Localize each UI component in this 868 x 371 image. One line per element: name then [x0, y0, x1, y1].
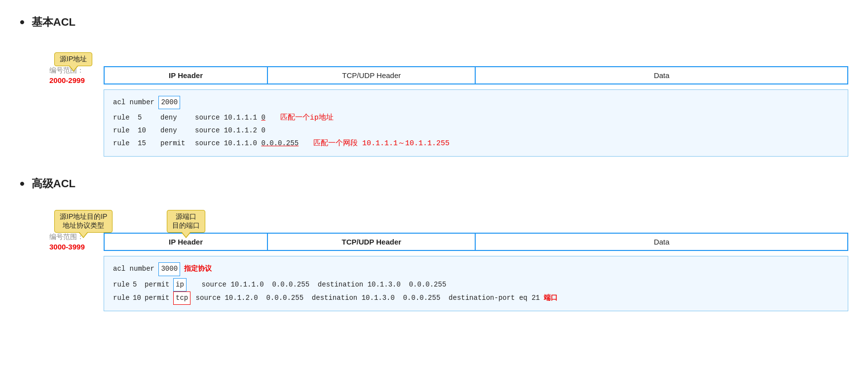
advanced-code-block: acl number 3000 指定协议 rule 5 permit ip so… — [104, 256, 848, 311]
advanced-header-data: Data — [476, 234, 847, 250]
advanced-rule-1: rule 5 permit ip source 10.1.1.0 0.0.0.2… — [113, 278, 839, 291]
adv-rule-src-2: source 10.1.2.0 0.0.0.255 destination 10… — [191, 292, 540, 304]
rule-action-2: deny — [160, 124, 195, 137]
adv-rule-num-1: 5 — [133, 279, 145, 291]
acl-number-box-advanced: 3000 — [158, 262, 180, 276]
advanced-code-line0: acl number 3000 指定协议 — [113, 262, 839, 276]
bullet-dot-advanced: • — [20, 177, 25, 191]
adv-protocol-2: tcp — [173, 291, 190, 305]
bullet-dot-basic: • — [20, 15, 25, 29]
basic-header-tcpudp: TCP/UDP Header — [268, 67, 476, 83]
rule-annotation-3: 匹配一个网段 10.1.1.1～10.1.1.255 — [313, 137, 450, 150]
advanced-acl-section: • 高级ACL 源IP地址目的IP 地址协议类型 源端口 目的端口 编号范围： … — [20, 176, 848, 311]
advanced-callout2-text1: 源端口 — [176, 212, 196, 220]
acl-number-label-basic: acl number — [113, 96, 158, 109]
rule-num-2: 10 — [138, 124, 160, 137]
rule-num-3: 15 — [138, 137, 160, 150]
advanced-callout1-text1: 源IP地址目的IP — [60, 212, 107, 220]
basic-rule-1: rule 5 deny source 10.1.1.1 0 匹配一个ip地址 — [113, 111, 839, 124]
basic-code-line0: acl number 2000 — [113, 96, 839, 109]
basic-callout-src-ip: 源IP地址 — [54, 52, 92, 66]
number-range-advanced: 3000-3999 — [49, 243, 104, 251]
basic-header-data: Data — [476, 67, 847, 83]
advanced-acl-main-row: 编号范围： 3000-3999 IP Header TCP/UDP Header… — [49, 233, 848, 311]
rule-src-2: source 10.1.1.2 0 — [195, 124, 265, 137]
rule-kw-1: rule — [113, 112, 138, 124]
advanced-header-table: IP Header TCP/UDP Header Data — [104, 233, 848, 251]
basic-acl-title: • 基本ACL — [20, 15, 848, 30]
advanced-header-tcpudp: TCP/UDP Header — [268, 234, 476, 250]
advanced-callout-ports: 源端口 目的端口 — [167, 210, 205, 233]
number-label-advanced: 编号范围： — [49, 233, 104, 242]
basic-acl-label: 基本ACL — [32, 15, 75, 30]
advanced-rule-2: rule 10 permit tcp source 10.1.2.0 0.0.0… — [113, 291, 839, 305]
rule-kw-2: rule — [113, 124, 138, 137]
adv-rule-port-annotation: 端口 — [544, 292, 558, 304]
advanced-acl-title: • 高级ACL — [20, 176, 848, 191]
rule-src-3: source 10.1.1.0 0.0.0.255 — [195, 137, 299, 150]
basic-acl-section: • 基本ACL 源IP地址 编号范围： 2000-2999 IP Header … — [20, 15, 848, 157]
basic-rule-3: rule 15 permit source 10.1.1.0 0.0.0.255… — [113, 137, 839, 150]
basic-header-table: IP Header TCP/UDP Header Data — [104, 66, 848, 84]
adv-rule-action-1: permit — [145, 279, 173, 291]
basic-code-block: acl number 2000 rule 5 deny source 10.1.… — [104, 89, 848, 157]
adv-rule-src-1: source 10.1.1.0 0.0.0.255 destination 10… — [193, 279, 446, 291]
basic-acl-main-row: 编号范围： 2000-2999 IP Header TCP/UDP Header… — [49, 66, 848, 157]
advanced-callout1-text2: 地址协议类型 — [63, 221, 104, 229]
rule-action-1: deny — [160, 112, 195, 124]
basic-acl-content: 源IP地址 编号范围： 2000-2999 IP Header TCP/UDP … — [49, 37, 848, 157]
adv-protocol-1: ip — [173, 278, 187, 291]
adv-rule-kw-2: rule — [113, 292, 133, 304]
advanced-acl-content: 源IP地址目的IP 地址协议类型 源端口 目的端口 编号范围： 3000-399… — [49, 198, 848, 311]
advanced-callout-src-dst: 源IP地址目的IP 地址协议类型 — [54, 210, 113, 233]
rule-action-3: permit — [160, 137, 195, 150]
basic-rule-2: rule 10 deny source 10.1.1.2 0 — [113, 124, 839, 137]
acl-number-label-advanced: acl number — [113, 263, 158, 275]
advanced-acl-left-label: 编号范围： 3000-3999 — [49, 233, 104, 251]
advanced-protocol-annotation: 指定协议 — [184, 263, 212, 275]
number-range-basic: 2000-2999 — [49, 76, 104, 84]
advanced-acl-label: 高级ACL — [32, 176, 75, 191]
adv-rule-kw-1: rule — [113, 279, 133, 291]
basic-acl-right: IP Header TCP/UDP Header Data acl number… — [104, 66, 848, 157]
basic-header-ip: IP Header — [105, 67, 268, 83]
rule-kw-3: rule — [113, 137, 138, 150]
advanced-callout2-text2: 目的端口 — [172, 221, 200, 229]
rule-num-1: 5 — [138, 112, 160, 124]
adv-rule-action-2: permit — [145, 292, 173, 304]
advanced-acl-right: IP Header TCP/UDP Header Data acl number… — [104, 233, 848, 311]
rule-src-1: source 10.1.1.1 0 — [195, 112, 265, 124]
adv-rule-num-2: 10 — [133, 292, 145, 304]
rule-annotation-1: 匹配一个ip地址 — [280, 111, 334, 124]
acl-number-box-basic: 2000 — [158, 96, 180, 109]
